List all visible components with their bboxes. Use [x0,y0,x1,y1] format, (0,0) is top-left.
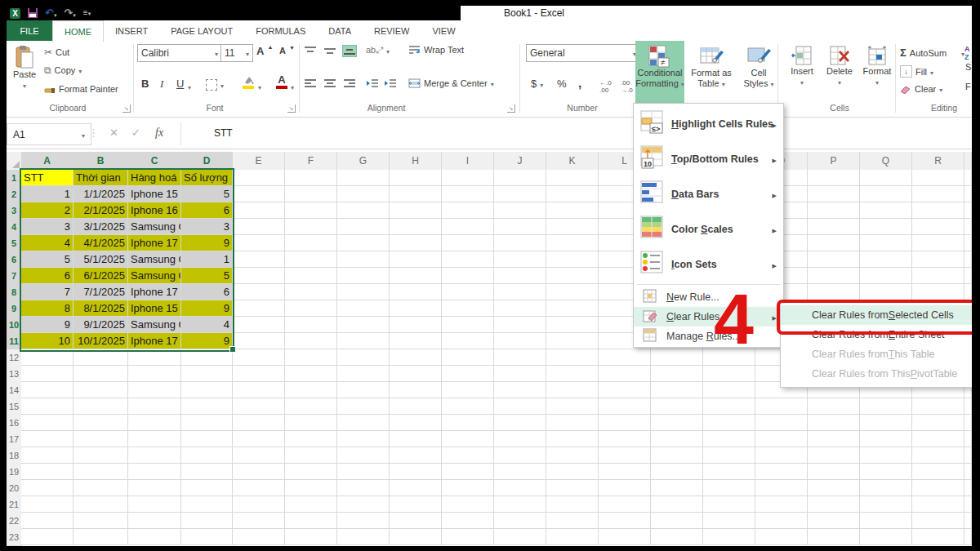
cell-D20[interactable] [181,480,233,496]
cell-M13[interactable] [651,366,703,382]
cell-J10[interactable] [494,317,546,333]
font-dialog-launcher-icon[interactable]: ↘ [287,104,296,113]
cell-K13[interactable] [546,366,599,382]
cell-I14[interactable] [442,382,494,398]
cell-C15[interactable] [128,398,181,415]
cell-L23[interactable] [599,529,651,545]
cell-C23[interactable] [128,529,181,545]
cell-G3[interactable] [337,202,390,219]
cell-R18[interactable] [912,447,964,464]
cell-L14[interactable] [599,382,651,398]
row-header-13[interactable]: 13 [7,366,22,383]
cell-P22[interactable] [808,513,860,529]
excel-app-icon[interactable]: X [10,8,20,19]
cell-O22[interactable] [755,513,808,529]
cell-K10[interactable] [546,317,599,333]
fill-button[interactable]: Fill [900,65,933,78]
cell-clip1[interactable] [964,170,972,186]
column-header-E[interactable]: E [233,152,285,171]
row-header-5[interactable]: 5 [7,235,22,252]
cell-M16[interactable] [651,415,703,431]
cell-K21[interactable] [546,496,599,513]
cell-R8[interactable] [912,284,964,300]
cell-E8[interactable] [233,284,285,300]
cell-I7[interactable] [442,268,494,284]
cell-A3[interactable]: 2 [21,202,74,219]
cell-F22[interactable] [285,513,337,529]
underline-button[interactable]: U [176,78,184,90]
cell-A21[interactable] [21,496,74,513]
cell-K6[interactable] [546,251,599,268]
cell-E6[interactable] [233,251,285,268]
cell-N19[interactable] [703,464,755,480]
cell-R23[interactable] [912,529,964,545]
paste-button[interactable]: Paste [8,41,41,107]
cell-E23[interactable] [233,529,285,545]
wrap-text-button[interactable]: Wrap Text [408,45,464,55]
cell-Q5[interactable] [860,235,912,251]
bottom-align-button[interactable] [343,46,356,56]
cell-B3[interactable]: 2/1/2025 [74,202,128,219]
cell-C2[interactable]: Iphone 15 [128,186,181,202]
number-format-combo[interactable]: General [526,44,640,62]
menu-item-color-scales[interactable]: Color Scales [634,211,783,247]
cell-I21[interactable] [442,496,494,513]
cell-G10[interactable] [337,317,390,333]
cell-G11[interactable] [337,333,390,349]
cell-G23[interactable] [337,529,390,545]
cell-R19[interactable] [912,464,964,480]
cell-I18[interactable] [442,447,494,464]
cell-F12[interactable] [285,349,337,366]
sort-az-icon[interactable]: AZ [964,44,972,60]
cell-D12[interactable] [181,349,233,366]
cell-R16[interactable] [912,415,964,431]
cell-I22[interactable] [442,513,494,529]
cell-R4[interactable] [912,219,964,235]
tab-view[interactable]: VIEW [421,20,466,41]
cell-P15[interactable] [808,398,860,415]
cell-D5[interactable]: 9 [181,235,233,251]
cell-I13[interactable] [442,366,494,382]
cell-E16[interactable] [233,415,285,431]
cell-P5[interactable] [808,235,860,251]
cell-K2[interactable] [546,186,599,202]
cell-C19[interactable] [128,464,181,480]
cell-H17[interactable] [390,431,442,447]
cell-F7[interactable] [285,268,337,284]
cell-C13[interactable] [128,366,181,382]
cell-J6[interactable] [494,251,546,268]
cell-F14[interactable] [285,382,337,398]
cell-L17[interactable] [599,431,651,447]
cell-I15[interactable] [442,398,494,415]
cell-M22[interactable] [651,513,703,529]
format-dropdown-icon[interactable] [875,77,879,88]
cell-clip3[interactable] [964,202,972,219]
menu-item-icon-sets[interactable]: Icon Sets [634,247,783,282]
increase-font-size-button[interactable]: A▲ [256,45,273,57]
cell-G9[interactable] [337,300,390,317]
formula-input[interactable]: STT [214,127,233,139]
cell-B18[interactable] [74,447,128,464]
confirm-entry-button[interactable]: ✓ [131,127,140,139]
cell-N18[interactable] [703,447,755,464]
cell-E17[interactable] [233,431,285,447]
cell-A2[interactable]: 1 [21,186,74,202]
column-header-G[interactable]: G [337,152,390,171]
cell-I11[interactable] [442,333,494,349]
column-header-H[interactable]: H [390,152,442,171]
cell-B19[interactable] [74,464,128,480]
cell-J4[interactable] [494,219,546,235]
cell-K17[interactable] [546,431,599,447]
cell-M20[interactable] [651,480,703,496]
cell-E20[interactable] [233,480,285,496]
cell-P23[interactable] [808,529,860,545]
menu-item-manage-rules[interactable]: Manage Rules... [634,327,783,346]
cell-H23[interactable] [390,529,442,545]
cell-C5[interactable]: Iphone 17 [128,235,181,251]
cell-B11[interactable]: 10/1/2025 [74,333,128,349]
format-cells-button[interactable]: Format [859,41,895,107]
cell-G20[interactable] [337,480,390,496]
tab-review[interactable]: REVIEW [363,20,421,41]
cell-P1[interactable] [808,170,860,186]
cell-N13[interactable] [703,366,755,382]
